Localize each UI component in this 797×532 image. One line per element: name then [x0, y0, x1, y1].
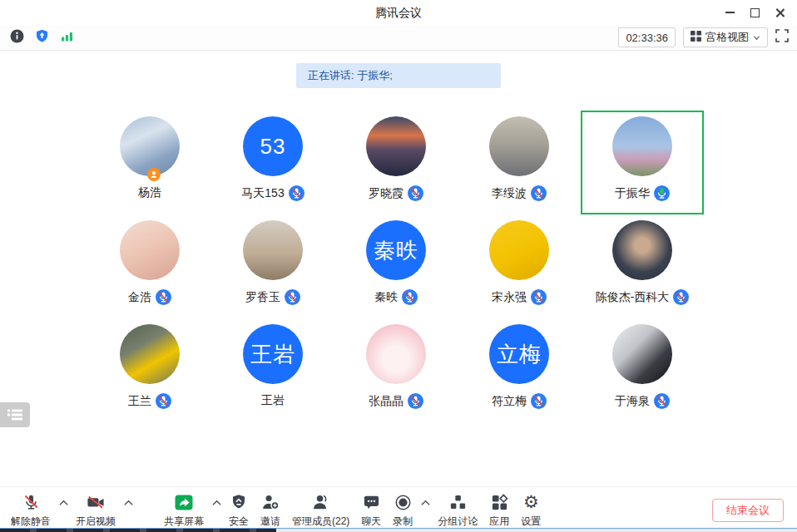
participant-name: 李绥波	[492, 186, 527, 201]
participant-grid: 杨浩 53 马天153 罗晓霞 李绥波	[88, 111, 704, 422]
mic-muted-icon	[408, 185, 423, 201]
chat-icon	[362, 492, 381, 512]
participant-name: 秦昳	[374, 290, 398, 305]
participant-tile[interactable]: 宋永强	[458, 214, 581, 318]
avatar-photo	[612, 220, 672, 280]
mic-active-icon	[654, 185, 670, 201]
participant-name-row: 马天153	[241, 185, 304, 201]
invite-icon	[261, 492, 280, 512]
participant-tile[interactable]: 陈俊杰-西科大	[581, 214, 704, 318]
participant-name: 马天153	[241, 186, 284, 201]
participant-avatar: 53	[243, 116, 303, 176]
mic-muted-icon	[156, 393, 171, 409]
mic-muted-icon	[531, 185, 547, 201]
participant-name: 杨浩	[138, 185, 161, 200]
mic-muted-icon	[402, 289, 418, 305]
participant-tile[interactable]: 王兰	[88, 318, 211, 422]
minimize-button[interactable]	[717, 0, 742, 25]
participant-tile[interactable]: 秦昳 秦昳	[334, 214, 458, 318]
participant-tile[interactable]: 于海泉	[581, 318, 704, 422]
toolbar-chat-button[interactable]: 聊天	[355, 492, 387, 529]
participant-name: 于振华	[615, 186, 650, 201]
mic-muted-icon	[289, 185, 304, 201]
toolbar-group: ⚙ 设置	[515, 492, 547, 529]
participant-name-row: 符立梅	[492, 393, 547, 409]
participant-tile[interactable]: 杨浩	[88, 111, 211, 214]
mic-muted-icon	[531, 289, 547, 305]
top-toolbar: 02:33:36 宫格视图	[0, 25, 797, 51]
side-panel-handle[interactable]	[0, 402, 30, 427]
participant-tile[interactable]: 金浩	[88, 214, 211, 318]
toolbar-group: 应用	[483, 492, 515, 529]
toolbar-settings-label: 设置	[521, 515, 541, 529]
toolbar-group: 解除静音	[5, 492, 70, 529]
toolbar-group: 共享屏幕	[158, 492, 223, 529]
meeting-window: 腾讯会议 02:33:36 宫格视图	[0, 0, 797, 532]
participant-tile[interactable]: 罗香玉	[211, 214, 334, 318]
members-icon	[311, 492, 330, 512]
participant-tile[interactable]: 王岩 王岩	[211, 318, 334, 422]
participant-name: 符立梅	[492, 394, 527, 409]
mic-muted-icon	[673, 289, 689, 305]
avatar-initials: 立梅	[489, 324, 549, 384]
toolbar-record-options-caret[interactable]	[418, 493, 432, 513]
participant-name-row: 于振华	[615, 185, 670, 201]
toolbar-settings-button[interactable]: ⚙ 设置	[515, 492, 547, 529]
toolbar-unmute-options-caret[interactable]	[57, 493, 70, 513]
participant-name: 罗晓霞	[369, 186, 403, 201]
toolbar-invite-label: 邀请	[260, 515, 280, 529]
participant-name: 金浩	[128, 290, 151, 305]
toolbar-group: 录制	[387, 492, 432, 529]
participant-tile[interactable]: 于振华	[581, 111, 704, 214]
participant-avatar	[489, 220, 549, 280]
avatar-photo	[243, 220, 303, 280]
toolbar-share-screen-options-caret[interactable]	[210, 493, 223, 513]
participant-name: 王岩	[261, 393, 285, 408]
main-area: 正在讲话: 于振华; 杨浩 53 马天153 罗晓霞	[0, 51, 797, 486]
toolbar-group: 邀请	[255, 492, 286, 529]
participant-name-row: 秦昳	[374, 289, 418, 305]
security-shield-icon[interactable]	[35, 29, 49, 47]
layout-view-label: 宫格视图	[705, 30, 749, 45]
participant-avatar	[366, 116, 426, 176]
participant-name-row: 王岩	[261, 393, 285, 408]
participant-name-row: 李绥波	[492, 185, 547, 201]
participant-tile[interactable]: 罗晓霞	[334, 111, 458, 214]
top-toolbar-left	[10, 25, 74, 50]
participant-name: 罗香玉	[245, 290, 280, 305]
toolbar-apps-button[interactable]: 应用	[483, 492, 515, 529]
end-meeting-button[interactable]: 结束会议	[712, 499, 784, 522]
participant-avatar: 秦昳	[366, 220, 426, 280]
toolbar-share-screen-button[interactable]: 共享屏幕	[158, 492, 210, 529]
toolbar-start-video-button[interactable]: 开启视频	[70, 492, 121, 529]
toolbar-security-button[interactable]: 安全	[223, 492, 255, 529]
toolbar-breakout-button[interactable]: 分组讨论	[432, 492, 483, 529]
toolbar-group: 分组讨论	[432, 492, 483, 529]
network-signal-icon[interactable]	[60, 29, 74, 47]
participant-tile[interactable]: 李绥波	[458, 111, 581, 214]
layout-view-button[interactable]: 宫格视图	[683, 27, 768, 47]
mic-muted-icon	[531, 393, 547, 409]
avatar-photo	[366, 324, 426, 384]
toolbar-record-button[interactable]: 录制	[387, 492, 418, 529]
toolbar-unmute-button[interactable]: 解除静音	[5, 492, 57, 529]
participant-avatar	[489, 116, 549, 176]
toolbar-start-video-options-caret[interactable]	[121, 493, 135, 513]
close-button[interactable]	[767, 0, 792, 25]
avatar-photo	[489, 220, 549, 280]
toolbar-apps-label: 应用	[489, 515, 509, 529]
speaking-banner: 正在讲话: 于振华;	[296, 63, 501, 88]
meeting-info-icon[interactable]	[10, 29, 24, 47]
toolbar-members-button[interactable]: 管理成员(22)	[286, 492, 355, 529]
taskbar-sliver	[0, 528, 797, 532]
participant-avatar: 王岩	[243, 324, 303, 384]
toolbar-breakout-label: 分组讨论	[438, 515, 478, 529]
avatar-photo	[366, 116, 426, 176]
toolbar-invite-button[interactable]: 邀请	[255, 492, 286, 529]
camera-muted-icon	[86, 492, 106, 512]
maximize-button[interactable]	[742, 0, 767, 25]
participant-tile[interactable]: 53 马天153	[211, 111, 334, 214]
fullscreen-icon[interactable]	[775, 29, 789, 46]
participant-tile[interactable]: 张晶晶	[334, 318, 458, 422]
participant-tile[interactable]: 立梅 符立梅	[458, 318, 581, 422]
